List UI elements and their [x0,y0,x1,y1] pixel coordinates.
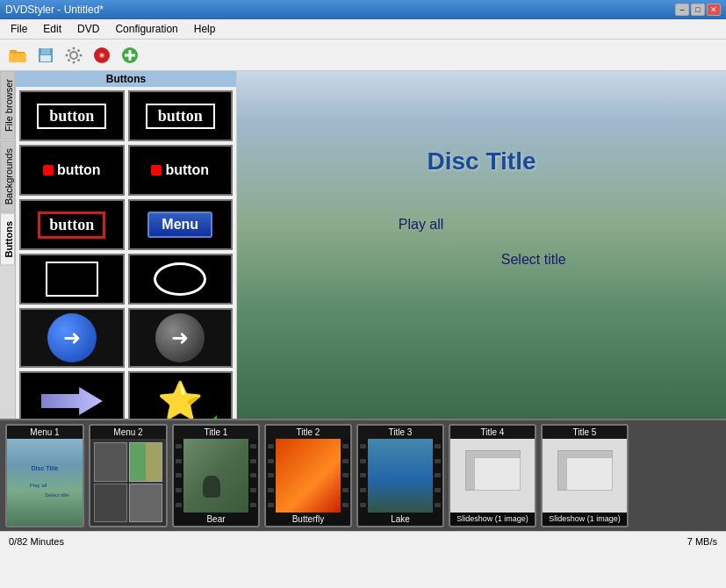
thumb-title1-label: Title 1 [174,426,258,439]
buttons-grid: button button button button button Menu [16,87,236,419]
menu-bar: File Edit DVD Configuration Help [0,19,726,39]
thumb-title2-caption: Butterfly [266,513,350,526]
disc-icon [92,46,111,65]
button-item-4[interactable]: button [128,145,234,196]
menu-file[interactable]: File [4,21,34,37]
status-progress: 0/82 Minutes [9,536,64,547]
button-item-7[interactable] [19,254,125,305]
thumb-title4-caption: Slideshow (1 image) [450,513,535,526]
button-item-1[interactable]: button [19,90,125,141]
svg-rect-3 [41,48,50,54]
maximize-button[interactable]: □ [691,4,705,16]
status-size: 7 MB/s [687,536,717,547]
svg-point-9 [80,54,83,56]
add-icon [120,46,140,65]
select-title-button[interactable]: Select title [501,252,566,268]
open-button[interactable] [5,43,30,68]
sidebar-tabs: File browser Backgrounds Buttons [0,71,16,419]
thumb-title2[interactable]: Title 2 Butterfly [264,424,352,527]
svg-rect-19 [125,54,135,56]
play-all-button[interactable]: Play all [399,217,444,233]
svg-point-6 [73,47,75,49]
button-item-9[interactable]: ➜ [19,308,125,368]
disc-button[interactable] [90,43,114,68]
thumb-title2-label: Title 2 [266,426,350,439]
status-bar: 0/82 Minutes 7 MB/s [0,531,726,550]
button-item-5[interactable]: button [19,199,125,250]
settings-icon [64,46,83,65]
menu-dvd[interactable]: DVD [70,21,106,37]
dvd-canvas[interactable]: Disc Title Play all Select title [237,71,726,419]
button-item-11[interactable] [19,371,125,419]
save-button[interactable] [33,43,58,68]
thumb-menu2[interactable]: Menu 2 [89,424,168,527]
thumb-menu1[interactable]: Menu 1 Disc Title Play all Select title [5,424,84,527]
svg-point-7 [73,61,75,63]
folder-open-icon [8,46,27,65]
add-button[interactable] [118,43,142,68]
svg-point-12 [68,59,70,61]
tab-buttons[interactable]: Buttons [0,213,15,266]
svg-point-11 [77,59,80,61]
thumb-title5[interactable]: Title 5 Slideshow (1 image) [541,424,629,527]
bottom-panel: Menu 1 Disc Title Play all Select title … [0,419,726,531]
settings-button[interactable] [61,43,86,68]
tab-backgrounds[interactable]: Backgrounds [0,140,15,212]
svg-point-16 [101,54,104,56]
svg-point-5 [70,52,77,59]
title-bar-controls: – □ ✕ [675,4,721,16]
svg-rect-1 [10,50,17,54]
buttons-panel-header: Buttons [16,71,236,87]
button-item-3[interactable]: button [19,145,125,196]
menu-configuration[interactable]: Configuration [108,21,184,37]
main-area: File browser Backgrounds Buttons Buttons… [0,71,726,419]
thumb-title4[interactable]: Title 4 Slideshow (1 image) [449,424,536,527]
thumb-title1-caption: Bear [174,513,258,526]
thumb-menu2-image [90,439,166,526]
buttons-panel: Buttons button button button button [16,71,237,419]
thumb-title5-label: Title 5 [543,426,627,439]
thumb-title3-caption: Lake [358,513,442,526]
thumb-menu1-label: Menu 1 [7,426,83,439]
svg-point-8 [66,54,68,56]
minimize-button[interactable]: – [675,4,689,16]
thumb-menu1-image: Disc Title Play all Select title [7,439,83,526]
thumb-title3[interactable]: Title 3 Lake [356,424,444,527]
svg-point-13 [77,49,80,52]
button-item-12[interactable]: ⭐ [128,371,234,419]
button-item-2[interactable]: button [128,90,234,141]
close-button[interactable]: ✕ [707,4,721,16]
tab-file-browser[interactable]: File browser [0,71,15,140]
title-bar: DVDStyler - Untitled* – □ ✕ [0,0,726,19]
save-icon [36,46,55,65]
button-item-10[interactable]: ➜ [128,308,234,368]
menu-help[interactable]: Help [187,21,223,37]
thumb-menu2-label: Menu 2 [90,426,166,439]
thumb-title3-label: Title 3 [358,426,442,439]
toolbar [0,39,726,71]
svg-point-10 [68,49,70,52]
button-item-6[interactable]: Menu [128,199,234,250]
thumb-title4-label: Title 4 [450,426,535,439]
thumb-title5-caption: Slideshow (1 image) [543,513,627,526]
svg-rect-2 [9,54,26,62]
thumb-title1[interactable]: Title 1 Bear [172,424,260,527]
disc-title: Disc Title [428,147,536,176]
svg-rect-4 [40,55,51,61]
title-bar-title: DVDStyler - Untitled* [5,4,104,16]
button-item-8[interactable] [128,254,234,305]
menu-edit[interactable]: Edit [36,21,68,37]
canvas-area[interactable]: Disc Title Play all Select title [237,71,726,419]
